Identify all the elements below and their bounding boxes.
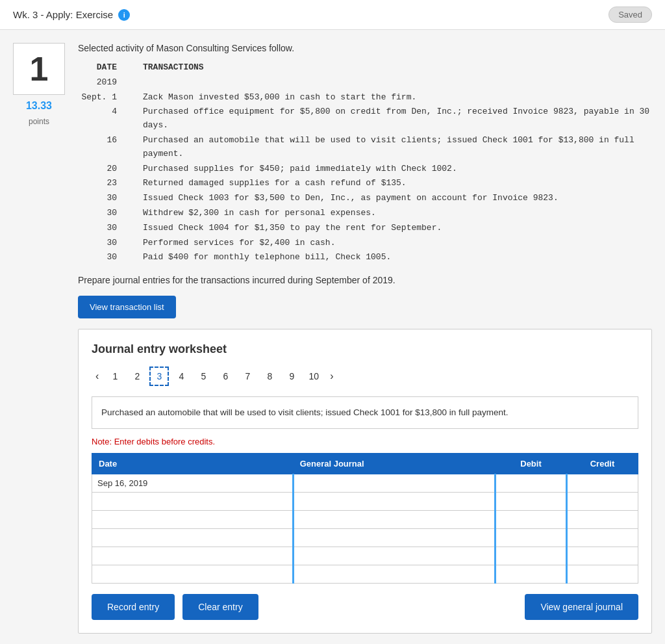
page-5-button[interactable]: 5 [194, 367, 213, 386]
transaction-row-9: 30 Paid $400 for monthly telephone bill,… [78, 251, 652, 264]
tx-text-3: Purchased supplies for $450; paid immedi… [143, 162, 457, 176]
record-entry-button[interactable]: Record entry [92, 594, 175, 620]
gj-cell-2 [293, 511, 495, 529]
date-cell-3 [92, 529, 294, 547]
tx-date-5: 30 [78, 192, 117, 205]
view-transaction-list-button[interactable]: View transaction list [78, 296, 176, 318]
page-3-button[interactable]: 3 [149, 367, 169, 386]
date-cell-2 [92, 511, 294, 529]
credit-input-3[interactable] [568, 529, 638, 547]
gj-input-5[interactable] [294, 565, 494, 583]
tx-date-2: 16 [78, 134, 117, 161]
gj-input-1[interactable] [294, 493, 494, 510]
gj-input-2[interactable] [294, 511, 494, 528]
content-area: Selected activity of Mason Consulting Se… [78, 43, 652, 634]
col-tx-header: TRANSACTIONS [143, 61, 204, 75]
tx-date-3: 20 [78, 162, 117, 176]
debit-input-4[interactable] [496, 547, 566, 565]
gj-cell-3 [293, 529, 495, 547]
page-6-button[interactable]: 6 [216, 367, 235, 386]
transaction-row-4: 23 Returned damaged supplies for a cash … [78, 177, 652, 190]
date-input-1[interactable] [92, 493, 292, 510]
worksheet-title: Journal entry worksheet [92, 342, 638, 356]
page-8-button[interactable]: 8 [260, 367, 279, 386]
table-row [92, 474, 638, 493]
year-label: 2019 [78, 76, 117, 90]
transaction-row-5: 30 Issued Check 1003 for $3,500 to Den, … [78, 192, 652, 205]
date-cell-0 [92, 474, 294, 493]
date-cell-4 [92, 547, 294, 565]
transaction-row-1: 4 Purchased office equipment for $5,800 … [78, 105, 652, 133]
credit-input-1[interactable] [568, 493, 638, 510]
credit-cell-5 [567, 565, 638, 584]
page-10-button[interactable]: 10 [304, 367, 323, 386]
transaction-description: Purchased an automobile that will be use… [92, 396, 638, 429]
saved-badge: Saved [609, 6, 652, 23]
tx-text-8: Performed services for $2,400 in cash. [143, 237, 335, 250]
sidebar: 1 13.33 points [13, 43, 65, 634]
page-4-button[interactable]: 4 [171, 367, 191, 386]
gj-cell-1 [293, 493, 495, 511]
date-input-5[interactable] [92, 565, 292, 583]
page-1-button[interactable]: 1 [105, 367, 125, 386]
journal-table: Date General Journal Debit Credit [92, 453, 638, 584]
tx-text-4: Returned damaged supplies for a cash ref… [143, 177, 407, 190]
journal-entry-worksheet: Journal entry worksheet ‹ 1 2 3 4 5 6 7 … [78, 329, 652, 634]
debit-cell-1 [496, 493, 567, 511]
date-input-2[interactable] [92, 511, 292, 528]
col-credit: Credit [567, 454, 638, 474]
transaction-row-6: 30 Withdrew $2,300 in cash for personal … [78, 207, 652, 220]
debit-input-2[interactable] [496, 511, 566, 528]
table-row [92, 529, 638, 547]
transaction-row-8: 30 Performed services for $2,400 in cash… [78, 237, 652, 250]
page-9-button[interactable]: 9 [282, 367, 301, 386]
points-value: 13.33 [26, 100, 52, 112]
question-description: Selected activity of Mason Consulting Se… [78, 43, 652, 53]
table-row [92, 511, 638, 529]
tx-date-6: 30 [78, 207, 117, 220]
tx-date-0: Sept. 1 [78, 91, 117, 105]
credit-input-4[interactable] [568, 547, 638, 565]
date-input-4[interactable] [92, 547, 292, 565]
credit-cell-0 [567, 474, 638, 493]
transaction-row-3: 20 Purchased supplies for $450; paid imm… [78, 162, 652, 176]
transaction-row-2: 16 Purchased an automobile that will be … [78, 134, 652, 161]
tx-text-2: Purchased an automobile that will be use… [143, 134, 652, 161]
tx-text-5: Issued Check 1003 for $3,500 to Den, Inc… [143, 192, 558, 205]
tx-text-0: Zack Mason invested $53,000 in cash to s… [143, 91, 416, 105]
header: Wk. 3 - Apply: Exercise i Saved [0, 0, 665, 30]
col-general-journal: General Journal [293, 454, 495, 474]
date-input-3[interactable] [92, 529, 292, 547]
info-icon[interactable]: i [118, 9, 130, 21]
gj-cell-4 [293, 547, 495, 565]
view-general-journal-button[interactable]: View general journal [525, 594, 638, 620]
credit-input-0[interactable] [568, 474, 638, 492]
table-row [92, 547, 638, 565]
points-label: points [29, 117, 49, 126]
debit-input-0[interactable] [496, 474, 566, 492]
page-2-button[interactable]: 2 [127, 367, 147, 386]
credit-cell-2 [567, 511, 638, 529]
pagination: ‹ 1 2 3 4 5 6 7 8 9 10 › [92, 367, 638, 386]
clear-entry-button[interactable]: Clear entry [182, 594, 258, 620]
gj-cell-0 [293, 474, 495, 493]
prev-page-button[interactable]: ‹ [92, 368, 103, 385]
tx-text-7: Issued Check 1004 for $1,350 to pay the … [143, 222, 442, 235]
debit-input-3[interactable] [496, 529, 566, 547]
gj-input-0[interactable] [294, 474, 494, 492]
tx-text-1: Purchased office equipment for $5,800 on… [143, 105, 652, 133]
debit-input-1[interactable] [496, 493, 566, 510]
debit-cell-5 [496, 565, 567, 584]
gj-input-3[interactable] [294, 529, 494, 547]
debit-cell-4 [496, 547, 567, 565]
next-page-button[interactable]: › [326, 368, 337, 385]
credit-input-2[interactable] [568, 511, 638, 528]
page-7-button[interactable]: 7 [238, 367, 257, 386]
transaction-row-7: 30 Issued Check 1004 for $1,350 to pay t… [78, 222, 652, 235]
credit-cell-4 [567, 547, 638, 565]
date-cell-1 [92, 493, 294, 511]
debit-input-5[interactable] [496, 565, 566, 583]
credit-input-5[interactable] [568, 565, 638, 583]
gj-input-4[interactable] [294, 547, 494, 565]
date-input-0[interactable] [92, 474, 292, 492]
